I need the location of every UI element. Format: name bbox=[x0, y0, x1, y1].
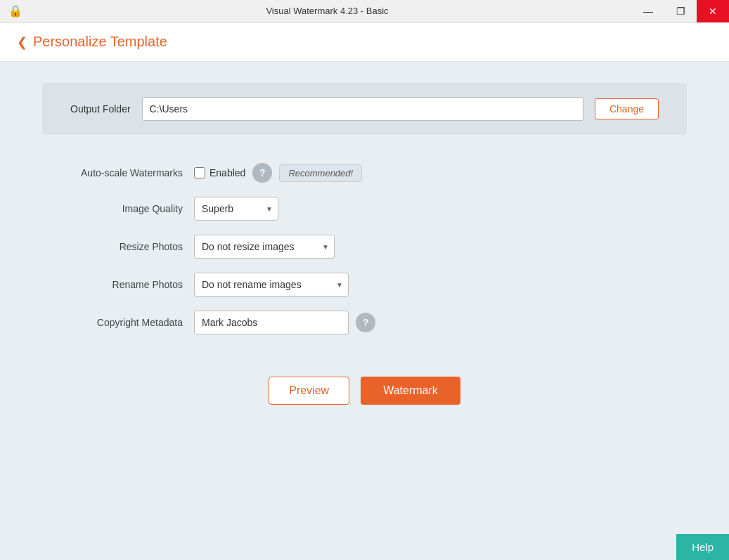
resize-photos-control: Do not resize images Resize to width Res… bbox=[194, 235, 335, 259]
copyright-help-button[interactable]: ? bbox=[356, 313, 375, 332]
resize-photos-select-wrap: Do not resize images Resize to width Res… bbox=[194, 235, 335, 259]
auto-scale-help-button[interactable]: ? bbox=[252, 163, 272, 183]
rename-photos-row: Rename Photos Do not rename images Add p… bbox=[42, 266, 687, 304]
rename-photos-control: Do not rename images Add prefix Add suff… bbox=[194, 273, 349, 297]
title-bar: 🔒 Visual Watermark 4.23 - Basic — ❐ ✕ bbox=[0, 0, 729, 22]
copyright-metadata-input[interactable] bbox=[194, 311, 349, 334]
resize-photos-select[interactable]: Do not resize images Resize to width Res… bbox=[194, 235, 335, 259]
window-controls: — ❐ ✕ bbox=[632, 0, 729, 22]
close-button[interactable]: ✕ bbox=[697, 0, 729, 22]
output-folder-input[interactable] bbox=[142, 97, 583, 121]
output-folder-label: Output Folder bbox=[70, 103, 131, 115]
back-button[interactable]: ❮ bbox=[17, 34, 27, 50]
auto-scale-checkbox-label: Enabled bbox=[209, 167, 245, 178]
resize-photos-label: Resize Photos bbox=[42, 241, 183, 252]
page-header: ❮ Personalize Template bbox=[0, 22, 729, 62]
output-folder-section: Output Folder Change bbox=[42, 83, 687, 135]
auto-scale-row: Auto-scale Watermarks Enabled ? Recommen… bbox=[42, 156, 687, 190]
image-quality-select[interactable]: Superb High Medium Low bbox=[194, 197, 278, 221]
window-title: Visual Watermark 4.23 - Basic bbox=[22, 6, 632, 16]
auto-scale-control: Enabled ? Recommended! bbox=[194, 163, 362, 183]
watermark-button[interactable]: Watermark bbox=[361, 377, 460, 405]
page-title: Personalize Template bbox=[33, 34, 167, 50]
auto-scale-checkbox-wrap: Enabled bbox=[194, 167, 245, 178]
rename-photos-label: Rename Photos bbox=[42, 279, 183, 290]
app-icon: 🔒 bbox=[8, 0, 22, 22]
image-quality-select-wrap: Superb High Medium Low bbox=[194, 197, 278, 221]
image-quality-row: Image Quality Superb High Medium Low bbox=[42, 190, 687, 228]
help-corner-button[interactable]: Help bbox=[676, 534, 729, 560]
maximize-button[interactable]: ❐ bbox=[664, 0, 697, 22]
copyright-metadata-label: Copyright Metadata bbox=[42, 317, 183, 328]
minimize-button[interactable]: — bbox=[632, 0, 664, 22]
auto-scale-checkbox[interactable] bbox=[194, 167, 205, 178]
form-section: Auto-scale Watermarks Enabled ? Recommen… bbox=[42, 156, 687, 341]
copyright-metadata-control: ? bbox=[194, 311, 375, 334]
image-quality-control: Superb High Medium Low bbox=[194, 197, 278, 221]
rename-photos-select[interactable]: Do not rename images Add prefix Add suff… bbox=[194, 273, 349, 297]
auto-scale-label: Auto-scale Watermarks bbox=[42, 167, 183, 178]
content-panel: Output Folder Change Auto-scale Watermar… bbox=[0, 62, 729, 560]
rename-photos-select-wrap: Do not rename images Add prefix Add suff… bbox=[194, 273, 349, 297]
action-buttons: Preview Watermark bbox=[42, 377, 687, 405]
resize-photos-row: Resize Photos Do not resize images Resiz… bbox=[42, 228, 687, 266]
main-area: ❮ Personalize Template Output Folder Cha… bbox=[0, 22, 729, 560]
preview-button[interactable]: Preview bbox=[269, 377, 349, 405]
change-folder-button[interactable]: Change bbox=[595, 98, 659, 119]
recommended-label: Recommended! bbox=[279, 164, 362, 182]
image-quality-label: Image Quality bbox=[42, 203, 183, 214]
copyright-metadata-row: Copyright Metadata ? bbox=[42, 304, 687, 341]
